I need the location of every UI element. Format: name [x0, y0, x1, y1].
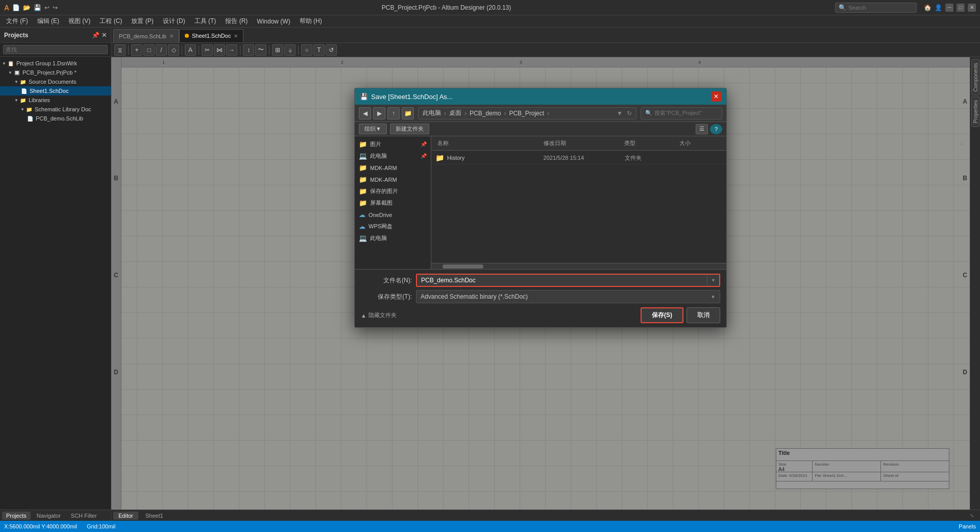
sidebar-item-pcb-project[interactable]: ▼ 🔲 PCB_Project.PrjPcb * [0, 68, 111, 77]
toolbar-join-btn[interactable]: ⋈ [214, 44, 225, 56]
toolbar-open-icon[interactable]: 📂 [23, 4, 31, 11]
path-dropdown-icon[interactable]: ▼ [617, 110, 623, 117]
new-folder-button[interactable]: 新建文件夹 [390, 124, 429, 134]
dialog-item-this-pc[interactable]: 💻 此电脑 📌 [355, 150, 431, 162]
tab-pcb-demo[interactable]: PCB_demo.SchLib ✕ [113, 29, 179, 42]
menu-tools[interactable]: 工具 (T) [190, 16, 220, 27]
dialog-item-screenshots[interactable]: 📁 屏幕截图 [355, 197, 431, 209]
right-tab-components[interactable]: Components [971, 59, 979, 95]
menu-view[interactable]: 视图 (V) [64, 16, 94, 27]
menu-edit[interactable]: 编辑 (E) [33, 16, 63, 27]
hide-folders-button[interactable]: ▲ 隐藏文件夹 [361, 311, 397, 319]
sidebar-pin-icon[interactable]: 📌 [92, 32, 100, 39]
scroll-thumb[interactable] [443, 264, 483, 269]
filename-input[interactable]: PCB_demo.SchDoc ▼ [416, 274, 720, 287]
file-row-history[interactable]: 📁 History 2021/5/28 15:14 文件夹 [431, 152, 726, 164]
global-search-input[interactable] [848, 5, 910, 11]
path-seg-pc[interactable]: 此电脑 [423, 109, 441, 117]
col-header-size[interactable]: 大小 [677, 139, 722, 147]
menu-place[interactable]: 放置 (P) [127, 16, 157, 27]
save-button[interactable]: 保存(S) [641, 307, 683, 323]
maximize-button[interactable]: □ [957, 4, 965, 12]
toolbar-component-btn[interactable]: ⊞ [272, 44, 283, 56]
col-header-type[interactable]: 类型 [622, 139, 677, 147]
toolbar-power-btn[interactable]: ⏚ [284, 44, 296, 56]
nav-refresh-icon[interactable]: ↻ [627, 110, 632, 117]
filetype-select[interactable]: Advanced Schematic binary (*.SchDoc) ▼ [416, 290, 720, 303]
toolbar-new-icon[interactable]: 📄 [12, 4, 20, 11]
view-mode-button[interactable]: ☰ [696, 124, 708, 134]
sidebar-item-schematic-lib[interactable]: ▼ 📁 Schematic Library Doc [0, 105, 111, 114]
dialog-item-mdk-arm-1[interactable]: 📁 MDK-ARM [355, 162, 431, 174]
path-seg-pcb-project[interactable]: PCB_Project [509, 110, 544, 117]
sidebar-item-libraries[interactable]: ▼ 📁 Libraries [0, 95, 111, 105]
dialog-item-saved-pics[interactable]: 📁 保存的图片 [355, 185, 431, 197]
sidebar-item-source-docs[interactable]: ▼ 📁 Source Documents [0, 77, 111, 86]
canvas-area[interactable]: 1 2 3 4 A A B B C C D D [111, 57, 970, 510]
tab-close-sheet1[interactable]: ✕ [234, 33, 238, 39]
menu-window[interactable]: Window (W) [253, 17, 294, 26]
menu-project[interactable]: 工程 (C) [95, 16, 126, 27]
dialog-close-button[interactable]: ✕ [711, 91, 721, 102]
col-header-name[interactable]: 名称 [435, 139, 542, 147]
toolbar-wave-btn[interactable]: 〜 [255, 44, 266, 56]
toolbar-cut-btn[interactable]: ✂ [202, 44, 213, 56]
dialog-item-mdk-arm-2[interactable]: 📁 MDK-ARM [355, 174, 431, 185]
resize-icon[interactable]: ⤡ [966, 512, 978, 519]
dialog-item-pictures[interactable]: 📁 图片 📌 [355, 138, 431, 150]
col-header-date[interactable]: 修改日期 [542, 139, 622, 147]
sidebar-item-sheet1[interactable]: 📄 Sheet1.SchDoc [0, 86, 111, 95]
nav-forward-button[interactable]: ▶ [373, 107, 385, 119]
sidebar-tab-navigator[interactable]: Navigator [33, 512, 65, 520]
toolbar-line-btn[interactable]: / [156, 44, 167, 56]
nav-back-button[interactable]: ◀ [359, 107, 371, 119]
tab-close-pcb-demo[interactable]: ✕ [169, 33, 174, 39]
minimize-button[interactable]: ─ [945, 4, 953, 12]
home-icon[interactable]: 🏠 [924, 4, 932, 11]
toolbar-undo-icon[interactable]: ↩ [44, 4, 50, 11]
sidebar-tab-sch-filter[interactable]: SCH Filter [67, 512, 101, 520]
menu-file[interactable]: 文件 (F) [2, 16, 32, 27]
sidebar-item-pcb-demo-lib[interactable]: 📄 PCB_demo.SchLib [0, 114, 111, 123]
path-bar[interactable]: 此电脑 › 桌面 › PCB_demo › PCB_Project › ▼ ↻ [418, 107, 636, 119]
sidebar-item-project-group[interactable]: ▼ 📋 Project Group 1.DsnWrk [0, 59, 111, 68]
panels-button[interactable]: Panels [959, 523, 976, 529]
cancel-button[interactable]: 取消 [687, 307, 720, 323]
nav-folder-button[interactable]: 📁 [402, 107, 414, 119]
menu-help[interactable]: 帮助 (H) [296, 16, 326, 27]
toolbar-text2-btn[interactable]: T [313, 44, 325, 56]
global-search-box[interactable]: 🔍 [835, 3, 917, 13]
horizontal-scrollbar[interactable] [431, 263, 726, 269]
toolbar-circle-btn[interactable]: ○ [301, 44, 312, 56]
toolbar-undo-circle-btn[interactable]: ↺ [326, 44, 337, 56]
menu-design[interactable]: 设计 (D) [159, 16, 189, 27]
dialog-item-wps[interactable]: ☁ WPS网盘 [355, 221, 431, 232]
editor-tab-sheet1[interactable]: Sheet1 [140, 512, 168, 520]
help-button[interactable]: ? [710, 124, 722, 134]
toolbar-text-btn[interactable]: A [185, 44, 196, 56]
dialog-search-field[interactable]: 🔍 搜索"PCB_Project" [641, 107, 722, 119]
path-seg-pcb-demo[interactable]: PCB_demo [470, 110, 501, 117]
nav-up-button[interactable]: ↑ [387, 107, 400, 119]
user-icon[interactable]: 👤 [935, 4, 942, 11]
project-search-input[interactable] [3, 45, 108, 54]
window-close-button[interactable]: ✕ [968, 4, 976, 12]
toolbar-poly-btn[interactable]: ◇ [168, 44, 179, 56]
sidebar-close-icon[interactable]: ✕ [102, 32, 107, 39]
sidebar-tab-projects[interactable]: Projects [2, 512, 31, 520]
toolbar-arrow-btn[interactable]: → [226, 44, 237, 56]
toolbar-pin-btn[interactable]: ↕ [243, 44, 254, 56]
toolbar-redo-icon[interactable]: ↪ [53, 4, 58, 11]
toolbar-box-btn[interactable]: □ [143, 44, 155, 56]
dialog-item-this-pc-2[interactable]: 💻 此电脑 [355, 232, 431, 244]
editor-tab-editor[interactable]: Editor [113, 512, 138, 520]
dialog-item-onedrive[interactable]: ☁ OneDrive [355, 209, 431, 221]
toolbar-add-btn[interactable]: + [131, 44, 142, 56]
tab-sheet1[interactable]: Sheet1.SchDoc ✕ [179, 29, 243, 42]
toolbar-filter-btn[interactable]: ⧖ [114, 44, 126, 56]
toolbar-save-icon[interactable]: 💾 [34, 4, 41, 11]
right-tab-properties[interactable]: Properties [971, 96, 979, 127]
organize-button[interactable]: 组织▼ [359, 124, 387, 134]
menu-reports[interactable]: 报告 (R) [221, 16, 252, 27]
filename-dropdown-btn[interactable]: ▼ [707, 275, 719, 286]
